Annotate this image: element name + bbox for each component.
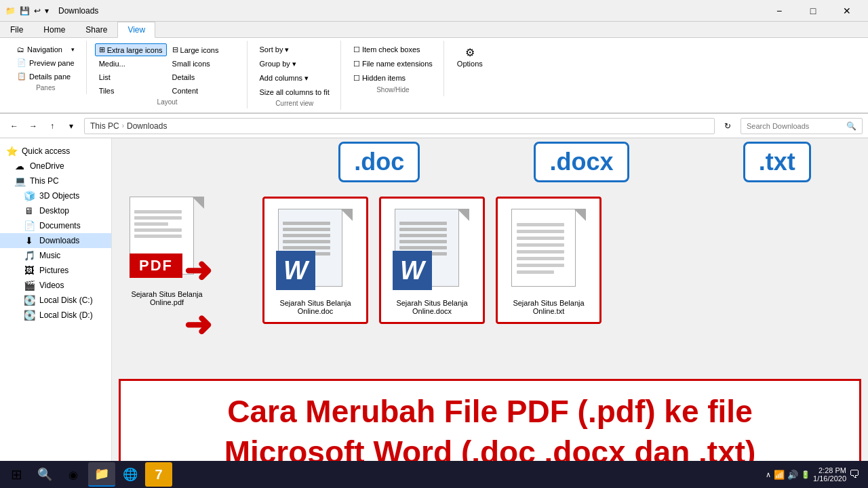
preview-pane-button[interactable]: 📄 Preview pane	[12, 56, 79, 69]
sidebar-item-desktop[interactable]: 🖥 Desktop	[0, 203, 111, 218]
quick-access-icon: ⭐	[5, 146, 18, 157]
quick-access-dropdown[interactable]: ▾	[45, 6, 49, 16]
taskbar: ⊞ 🔍 ◉ 📁 🌐 7 ∧ 📶 🔊 🔋 2:28 PM 1/16/2020 🗨	[0, 461, 868, 488]
panes-label: Panes	[36, 84, 55, 92]
overlay-line1: Cara Merubah File PDF (.pdf) ke file	[127, 392, 852, 432]
preview-icon: 📄	[17, 58, 26, 67]
address-path[interactable]: This PC › Downloads	[84, 118, 715, 134]
edge-button[interactable]: 🌐	[117, 462, 144, 487]
search-button[interactable]: 🔍	[31, 462, 58, 487]
word-badge-docx: W	[393, 251, 432, 290]
notification-icon[interactable]: 🗨	[849, 468, 860, 481]
sidebar-item-local-disk-d[interactable]: 💽 Local Disk (D:)	[0, 308, 111, 323]
up-button[interactable]: ↑	[43, 117, 61, 135]
file-txt[interactable]: Sejarah Situs Belanja Online.txt	[496, 197, 601, 324]
taskbar-time[interactable]: 2:28 PM 1/16/2020	[813, 466, 846, 483]
doc-icon-container: W	[275, 205, 356, 293]
sidebar-item-pictures[interactable]: 🖼 Pictures	[0, 263, 111, 278]
txt-label-box: .txt	[743, 142, 811, 182]
folder-icon: 📁	[5, 6, 16, 16]
tab-file[interactable]: File	[0, 22, 33, 37]
path-pc[interactable]: This PC	[90, 121, 119, 131]
task-view-button[interactable]: ◉	[60, 462, 87, 487]
search-input[interactable]	[747, 122, 844, 130]
app7-button[interactable]: 7	[145, 462, 172, 487]
doc-label-box: .doc	[338, 142, 420, 182]
sidebar-item-onedrive[interactable]: ☁ OneDrive	[0, 159, 111, 174]
title-bar-left: 📁 💾 ↩ ▾ Downloads	[5, 6, 98, 16]
sidebar-item-documents[interactable]: 📄 Documents	[0, 218, 111, 233]
search-box[interactable]: 🔍	[741, 118, 863, 134]
ribbon-group-current-view: Sort by ▾ Group by ▾ Add columns ▾ Size …	[249, 41, 341, 110]
sidebar-item-videos[interactable]: 🎬 Videos	[0, 278, 111, 293]
address-bar: ← → ↑ ▾ This PC › Downloads ↻ 🔍	[0, 114, 868, 138]
file-extensions-button[interactable]: ☐ File name extensions	[349, 58, 437, 70]
tab-share[interactable]: Share	[75, 22, 117, 37]
size-columns-button[interactable]: Size all columns to fit	[256, 86, 334, 98]
sidebar-item-3d-objects[interactable]: 🧊 3D Objects	[0, 188, 111, 203]
ribbon-group-panes: 🗂 Navigation ▾ 📄 Preview pane 📋 Details …	[5, 41, 87, 94]
add-columns-button[interactable]: Add columns ▾	[256, 72, 334, 85]
ribbon-group-layout: ⊞ Extra large icons ⊟ Large icons Mediu.…	[88, 41, 248, 108]
desktop-icon: 🖥	[23, 205, 35, 216]
content-button[interactable]: Content	[168, 85, 240, 97]
videos-icon: 🎬	[23, 280, 35, 291]
small-icons-button[interactable]: Small icons	[168, 58, 240, 70]
taskbar-right: ∧ 📶 🔊 🔋 2:28 PM 1/16/2020 🗨	[760, 466, 865, 483]
system-tray: ∧ 📶 🔊 🔋	[766, 470, 810, 480]
word-w-docx: W	[400, 256, 425, 285]
file-pdf[interactable]: ➜ ➜ PDF Sejara	[123, 197, 211, 306]
nav-buttons: ← → ↑ ▾	[5, 117, 80, 135]
file-docx[interactable]: W Sejarah Situs Belanja Online.docx	[379, 197, 485, 324]
quick-access-undo[interactable]: ↩	[34, 6, 41, 16]
title-bar-controls: − □ ✕	[764, 1, 863, 20]
large-icons-icon: ⊟	[172, 45, 178, 54]
quick-access-save[interactable]: 💾	[20, 6, 30, 16]
hidden-items-button[interactable]: ☐ Hidden items	[349, 72, 437, 85]
nav-pane-chevron: ▾	[71, 46, 75, 53]
pdf-text: PDF	[139, 257, 173, 274]
txt-label: .txt	[759, 148, 795, 176]
downloads-icon: ⬇	[23, 235, 35, 246]
group-by-button[interactable]: Group by ▾	[256, 58, 334, 70]
options-button[interactable]: ⚙ Options	[452, 43, 488, 70]
clock-time: 2:28 PM	[813, 466, 846, 474]
large-icons-button[interactable]: ⊟ Large icons	[168, 43, 240, 56]
sidebar-item-music[interactable]: 🎵 Music	[0, 248, 111, 263]
details-pane-button[interactable]: 📋 Details pane	[12, 70, 79, 83]
sidebar-item-this-pc[interactable]: 💻 This PC	[0, 174, 111, 188]
file-doc[interactable]: W Sejarah Situs Belanja Online.doc	[262, 197, 368, 324]
maximize-button[interactable]: □	[797, 1, 829, 20]
path-downloads[interactable]: Downloads	[127, 121, 167, 131]
minimize-button[interactable]: −	[764, 1, 795, 20]
item-checkboxes-button[interactable]: ☐ Item check boxes	[349, 43, 437, 56]
battery-icon: 🔋	[801, 470, 810, 479]
pdf-filename: Sejarah Situs Belanja Online.pdf	[123, 290, 211, 306]
search-icon[interactable]: 🔍	[846, 121, 856, 131]
recent-dropdown-button[interactable]: ▾	[62, 117, 80, 135]
tab-home[interactable]: Home	[33, 22, 75, 37]
details-button[interactable]: Details	[168, 71, 240, 83]
network-icon: 📶	[774, 470, 785, 480]
close-button[interactable]: ✕	[831, 1, 863, 20]
forward-button[interactable]: →	[24, 117, 42, 135]
file-explorer-button[interactable]: 📁	[88, 462, 115, 487]
tab-view[interactable]: View	[117, 22, 155, 38]
tiles-button[interactable]: Tiles	[95, 85, 167, 97]
back-button[interactable]: ←	[5, 117, 23, 135]
refresh-button[interactable]: ↻	[719, 117, 736, 135]
sort-by-button[interactable]: Sort by ▾	[256, 43, 334, 56]
start-button[interactable]: ⊞	[3, 462, 30, 487]
nav-pane-icon: 🗂	[17, 45, 24, 54]
medium-icons-button[interactable]: Mediu...	[95, 58, 167, 70]
panes-buttons: 🗂 Navigation ▾ 📄 Preview pane 📋 Details …	[12, 43, 79, 83]
up-arrow-icon[interactable]: ∧	[766, 470, 771, 479]
file-area-wrapper: .doc .docx .txt ➜ ➜	[112, 138, 868, 488]
sidebar-item-downloads[interactable]: ⬇ Downloads	[0, 233, 111, 248]
sidebar-item-quick-access[interactable]: ⭐ Quick access	[0, 144, 111, 159]
extra-large-icons-button[interactable]: ⊞ Extra large icons	[95, 43, 167, 56]
sidebar-item-local-disk-c[interactable]: 💽 Local Disk (C:)	[0, 293, 111, 308]
navigation-pane-button[interactable]: 🗂 Navigation ▾	[12, 43, 79, 56]
list-button[interactable]: List	[95, 71, 167, 83]
docx-fold	[457, 209, 469, 221]
